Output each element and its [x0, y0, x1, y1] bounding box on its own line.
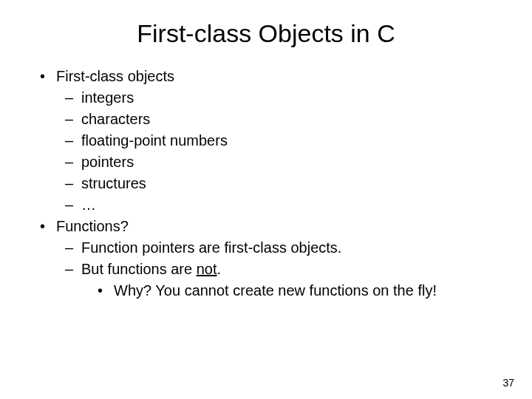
- bullet-text: floating-point numbers: [81, 130, 228, 151]
- bullet-dash-icon: –: [65, 109, 81, 130]
- bullet-dash-icon: –: [65, 151, 81, 173]
- bullet-level1: • First-class objects: [40, 66, 502, 87]
- bullet-text: First-class objects: [56, 66, 174, 87]
- bullet-level2: – floating-point numbers: [65, 130, 502, 151]
- text-segment: .: [216, 261, 221, 277]
- bullet-level2: – pointers: [65, 151, 502, 173]
- bullet-dot-icon: •: [40, 66, 56, 87]
- bullet-level3: • Why? You cannot create new functions o…: [98, 280, 502, 301]
- slide-body: • First-class objects – integers – chara…: [30, 66, 502, 301]
- bullet-level2: – characters: [65, 109, 502, 130]
- bullet-dash-icon: –: [65, 237, 81, 259]
- bullet-dash-icon: –: [65, 130, 81, 151]
- bullet-level2: – structures: [65, 173, 502, 194]
- bullet-level2: – But functions are not.: [65, 259, 502, 280]
- text-segment: But functions are: [81, 261, 197, 277]
- bullet-text: Why? You cannot create new functions on …: [114, 280, 437, 301]
- bullet-text: Functions?: [56, 216, 129, 237]
- underline-text: not: [197, 261, 217, 277]
- bullet-dash-icon: –: [65, 87, 81, 109]
- bullet-level2: – …: [65, 194, 502, 216]
- bullet-text: But functions are not.: [81, 259, 221, 280]
- bullet-level1: • Functions?: [40, 216, 502, 237]
- bullet-text: structures: [81, 173, 146, 194]
- slide: First-class Objects in C • First-class o…: [0, 0, 532, 399]
- bullet-text: characters: [81, 109, 150, 130]
- bullet-dot-icon: •: [98, 280, 114, 301]
- page-number: 37: [502, 377, 514, 389]
- bullet-text: …: [81, 194, 96, 216]
- bullet-dash-icon: –: [65, 173, 81, 194]
- bullet-text: pointers: [81, 151, 134, 173]
- bullet-text: integers: [81, 87, 134, 109]
- bullet-level2: – Function pointers are first-class obje…: [65, 237, 502, 259]
- bullet-dot-icon: •: [40, 216, 56, 237]
- bullet-dash-icon: –: [65, 194, 81, 216]
- bullet-dash-icon: –: [65, 259, 81, 280]
- slide-title: First-class Objects in C: [30, 19, 502, 48]
- bullet-text: Function pointers are first-class object…: [81, 237, 341, 259]
- bullet-level2: – integers: [65, 87, 502, 109]
